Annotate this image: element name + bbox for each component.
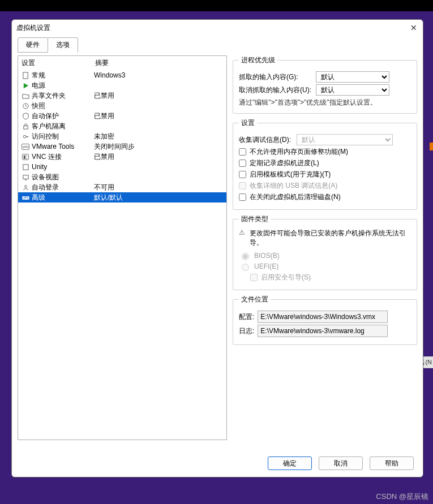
legend-priority: 进程优先级 [239,55,277,65]
svg-marker-1 [23,83,28,88]
vm-settings-dialog: 虚拟机设置 ✕ 硬件 选项 设置 摘要 常规 Windows3 电源 [11,19,423,477]
select-ungrabbed-input[interactable]: 默认 [316,84,389,96]
list-item-access-control[interactable]: 访问控制 未加密 [18,131,226,141]
warning-text: 更改固件可能会导致已安装的客户机操作系统无法引导。 [250,229,411,248]
label-log-path: 日志: [239,326,254,336]
help-button[interactable]: 帮助 [370,456,414,470]
label-grabbed-input: 抓取的输入内容(G): [239,72,312,82]
play-icon [20,82,31,89]
svg-rect-3 [23,126,27,129]
label-uefi: UEFI(E) [254,262,278,270]
options-list: 设置 摘要 常规 Windows3 电源 共享文件夹 已禁用 [18,55,227,440]
note-priority: 通过"编辑">"首选项">"优先级"指定默认设置。 [239,98,411,107]
radio-uefi [242,264,249,271]
group-file-location: 文件位置 配置: 日志: [233,295,417,345]
column-header-setting: 设置 [22,58,95,68]
list-item-autologin[interactable]: 自动登录 不可用 [18,182,226,192]
select-grabbed-input[interactable]: 默认 [316,71,389,83]
group-settings: 设置 收集调试信息(D): 默认 不允许使用内存页面修整功能(M) 定期记录虚拟… [233,118,417,210]
label-clean-disk: 在关闭此虚拟机后清理磁盘(N) [250,192,341,202]
checkbox-clean-disk[interactable] [239,193,246,201]
advanced-icon [20,194,31,201]
page-icon [20,72,31,79]
label-debug-info: 收集调试信息(D): [239,135,293,145]
label-config-path: 配置: [239,312,254,322]
vm-badge-icon: vm [20,144,31,150]
dialog-tabs: 硬件 选项 [12,37,423,52]
label-template-mode: 启用模板模式(用于克隆)(T) [250,170,331,179]
lock-icon [20,123,31,130]
cancel-button[interactable]: 取消 [319,456,363,470]
autologin-icon [20,184,31,191]
list-item-advanced[interactable]: 高级 默认/默认 [18,192,226,203]
dialog-title: 虚拟机设置 [16,23,50,33]
label-bios: BIOS(B) [254,252,280,260]
checkbox-log-progress[interactable] [239,160,246,167]
svg-rect-5 [23,164,28,169]
list-item-autoprotect[interactable]: 自动保护 已禁用 [18,111,226,121]
list-item-snapshots[interactable]: 快照 [18,101,226,111]
radio-bios [242,253,249,260]
label-ungrabbed-input: 取消抓取的输入内容(U): [239,85,312,95]
label-no-memtrim: 不允许使用内存页面修整功能(M) [250,147,348,157]
svg-rect-0 [23,72,27,78]
clock-icon [20,102,31,110]
tab-options[interactable]: 选项 [48,37,78,53]
ok-button[interactable]: 确定 [268,456,312,470]
legend-file-location: 文件位置 [239,295,271,304]
list-item-unity[interactable]: Unity [18,162,226,172]
checkbox-no-memtrim[interactable] [239,148,246,156]
group-firmware-type: 固件类型 ⚠ 更改固件可能会导致已安装的客户机操作系统无法引导。 BIOS(B)… [233,214,417,290]
list-item-power[interactable]: 电源 [18,80,226,91]
shield-icon [20,113,31,120]
legend-settings: 设置 [239,118,257,128]
warning-icon: ⚠ [239,229,245,236]
close-icon[interactable]: ✕ [409,23,418,32]
svg-rect-6 [23,175,28,179]
tab-hardware[interactable]: 硬件 [18,37,48,53]
device-icon [20,174,31,181]
list-item-general[interactable]: 常规 Windows3 [18,70,226,80]
checkbox-usb-debug [239,182,246,189]
svg-point-7 [24,185,27,187]
unity-icon [20,163,31,171]
list-item-vnc[interactable]: ◧ VNC 连接 已禁用 [18,152,226,162]
column-header-summary: 摘要 [95,58,223,68]
folder-icon [20,92,31,100]
input-config-path[interactable] [258,311,388,323]
label-secure-boot: 启用安全引导(S) [261,273,311,282]
vnc-badge-icon: ◧ [20,154,31,160]
list-item-shared-folders[interactable]: 共享文件夹 已禁用 [18,91,226,101]
select-debug-info[interactable]: 默认 [297,134,393,145]
svg-point-4 [23,135,26,138]
legend-firmware: 固件类型 [239,214,271,224]
watermark: CSDN @星辰镜 [376,492,428,502]
background-accent [430,143,433,150]
group-process-priority: 进程优先级 抓取的输入内容(G): 默认 取消抓取的输入内容(U): 默认 通过… [233,55,417,114]
checkbox-secure-boot [250,274,258,281]
checkbox-template-mode[interactable] [239,171,246,178]
list-item-guest-isolation[interactable]: 客户机隔离 [18,121,226,131]
label-log-progress: 定期记录虚拟机进度(L) [250,158,319,168]
list-item-device-view[interactable]: 设备视图 [18,172,226,182]
list-item-vmware-tools[interactable]: vm VMware Tools 关闭时间同步 [18,141,226,152]
input-log-path[interactable] [258,325,388,337]
label-usb-debug: 收集详细的 USB 调试信息(A) [250,181,337,191]
key-icon [20,133,31,140]
